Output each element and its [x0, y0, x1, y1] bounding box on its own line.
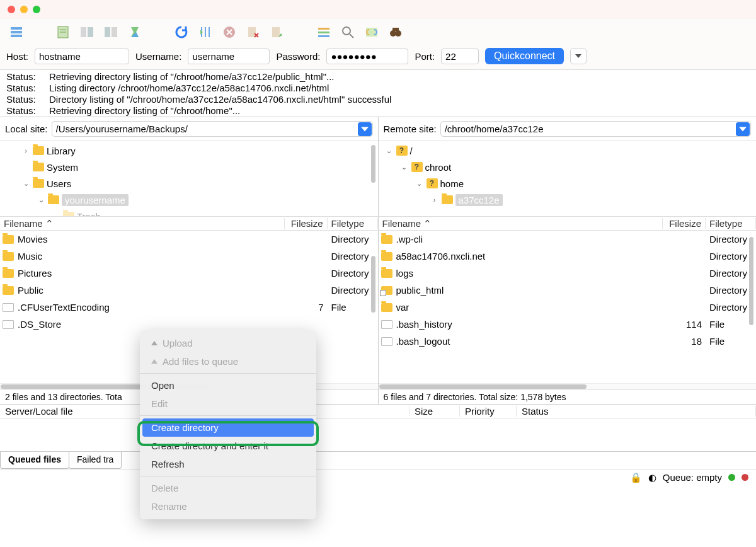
local-directory-tree[interactable]: › Library System⌄ Users⌄ yourusername Tr… — [0, 141, 378, 217]
tab-queued-files[interactable]: Queued files — [0, 452, 69, 469]
menu-create-directory[interactable]: Create directory — [142, 418, 314, 437]
file-row[interactable]: .wp-cliDirectory — [379, 231, 757, 248]
queue-header[interactable]: Server/Local file Size Priority Status — [0, 405, 756, 418]
remote-file-list[interactable]: .wp-cliDirectorya58ac14706.nxcli.netDire… — [379, 231, 757, 383]
expand-chevron-icon[interactable]: ⌄ — [21, 180, 30, 188]
file-name: public_html — [396, 285, 663, 296]
speed-limit-icon[interactable]: ◐ — [648, 472, 656, 483]
remote-directory-tree[interactable]: ⌄? /⌄? chroot⌄? home› a37cc12e — [379, 141, 757, 217]
toggle-local-tree-icon[interactable] — [77, 22, 97, 42]
log-message: Listing directory /chroot/home/a37cc12e/… — [49, 83, 329, 94]
process-queue-icon[interactable] — [195, 22, 215, 42]
compare-icon[interactable] — [362, 22, 382, 42]
queue-col-status[interactable]: Status — [517, 406, 756, 417]
tree-item[interactable]: ⌄? chroot — [379, 159, 757, 175]
menu-upload[interactable]: Upload — [140, 334, 316, 352]
file-row[interactable]: .bash_logout18File — [379, 333, 757, 350]
remote-hscroll[interactable] — [379, 383, 757, 389]
tree-item[interactable]: ⌄? home — [379, 175, 757, 192]
file-icon — [3, 320, 14, 329]
file-row[interactable]: varDirectory — [379, 299, 757, 316]
cancel-icon[interactable] — [219, 22, 239, 42]
tree-item[interactable]: › Library — [0, 142, 378, 159]
expand-chevron-icon[interactable]: ⌄ — [37, 196, 45, 204]
remote-site-input[interactable] — [440, 121, 751, 137]
message-log[interactable]: Status:Retrieving directory listing of "… — [0, 70, 756, 117]
titlebar — [0, 0, 756, 19]
file-row[interactable]: MusicDirectory — [0, 248, 378, 265]
queue-body[interactable] — [0, 418, 756, 451]
tree-item[interactable]: Trash — [0, 208, 378, 217]
local-file-header[interactable]: Filename⌃ Filesize Filetype — [0, 217, 378, 231]
upload-arrow-icon — [151, 341, 158, 345]
tree-item[interactable]: ⌄? / — [379, 142, 757, 159]
remote-file-header[interactable]: Filename⌃ Filesize Filetype — [379, 217, 757, 231]
menu-edit[interactable]: Edit — [140, 394, 316, 413]
maximize-window-button[interactable] — [33, 6, 40, 13]
file-name: Pictures — [18, 268, 285, 279]
file-row[interactable]: a58ac14706.nxcli.netDirectory — [379, 248, 757, 265]
toggle-queue-icon[interactable] — [125, 22, 145, 42]
column-filename[interactable]: Filename — [4, 218, 43, 229]
expand-chevron-icon[interactable]: › — [21, 147, 30, 154]
scrollbar-thumb[interactable] — [749, 237, 753, 325]
menu-refresh[interactable]: Refresh — [140, 455, 316, 473]
minimize-window-button[interactable] — [20, 6, 28, 13]
file-row[interactable]: .bash_history114File — [379, 316, 757, 333]
expand-chevron-icon[interactable]: ⌄ — [415, 180, 424, 188]
reconnect-icon[interactable] — [267, 22, 287, 42]
filter-icon[interactable] — [314, 22, 334, 42]
remote-site-dropdown[interactable] — [736, 122, 750, 136]
port-input[interactable] — [441, 49, 479, 64]
tree-item[interactable]: ⌄ Users — [0, 175, 378, 192]
refresh-icon[interactable] — [171, 22, 192, 42]
quickconnect-history-dropdown[interactable] — [570, 48, 587, 64]
column-filetype[interactable]: Filetype — [706, 218, 756, 229]
expand-chevron-icon[interactable]: ⌄ — [385, 147, 394, 155]
local-site-dropdown[interactable] — [358, 122, 372, 136]
password-input[interactable] — [326, 49, 408, 64]
menu-rename[interactable]: Rename — [140, 497, 316, 515]
tree-item[interactable]: › a37cc12e — [379, 192, 757, 208]
close-window-button[interactable] — [8, 6, 15, 13]
quickconnect-bar: Host: Username: Password: Port: Quickcon… — [0, 45, 756, 70]
lock-icon[interactable]: 🔒 — [630, 472, 642, 483]
menu-create-directory-enter[interactable]: Create directory and enter it — [140, 437, 316, 455]
host-input[interactable] — [35, 49, 129, 64]
menu-delete[interactable]: Delete — [140, 479, 316, 497]
menu-add-to-queue[interactable]: Add files to queue — [140, 352, 316, 371]
file-row[interactable]: public_htmlDirectory — [379, 282, 757, 299]
file-row[interactable]: PublicDirectory — [0, 282, 378, 299]
toggle-remote-tree-icon[interactable] — [101, 22, 121, 42]
queue-col-size[interactable]: Size — [410, 406, 460, 417]
scrollbar-thumb[interactable] — [371, 145, 375, 183]
column-filesize[interactable]: Filesize — [663, 218, 706, 229]
site-manager-icon[interactable] — [6, 22, 26, 42]
tree-item[interactable]: System — [0, 159, 378, 175]
context-menu[interactable]: Upload Add files to queue Open Edit Crea… — [140, 330, 316, 519]
quickconnect-button[interactable]: Quickconnect — [485, 48, 564, 64]
local-site-input[interactable] — [52, 121, 373, 137]
tree-item[interactable]: ⌄ yourusername — [0, 192, 378, 208]
username-input[interactable] — [188, 49, 270, 64]
file-name: .wp-cli — [396, 234, 663, 245]
search-icon[interactable] — [338, 22, 358, 42]
file-row[interactable]: .CFUserTextEncoding7File — [0, 299, 378, 316]
file-row[interactable]: PicturesDirectory — [0, 265, 378, 282]
folder-icon — [48, 195, 59, 204]
file-type: Directory — [328, 234, 378, 245]
file-row[interactable]: MoviesDirectory — [0, 231, 378, 248]
expand-chevron-icon[interactable]: ⌄ — [400, 163, 409, 171]
binoculars-icon[interactable] — [386, 22, 406, 42]
disconnect-icon[interactable] — [243, 22, 263, 42]
expand-chevron-icon[interactable]: › — [430, 196, 439, 204]
scrollbar-thumb[interactable] — [371, 256, 375, 313]
column-filename[interactable]: Filename — [382, 218, 421, 229]
menu-open[interactable]: Open — [140, 376, 316, 394]
toggle-log-icon[interactable] — [53, 22, 73, 42]
tab-failed-transfers[interactable]: Failed tra — [69, 452, 122, 469]
column-filetype[interactable]: Filetype — [328, 218, 378, 229]
column-filesize[interactable]: Filesize — [285, 218, 328, 229]
file-row[interactable]: logsDirectory — [379, 265, 757, 282]
queue-col-priority[interactable]: Priority — [460, 406, 517, 417]
